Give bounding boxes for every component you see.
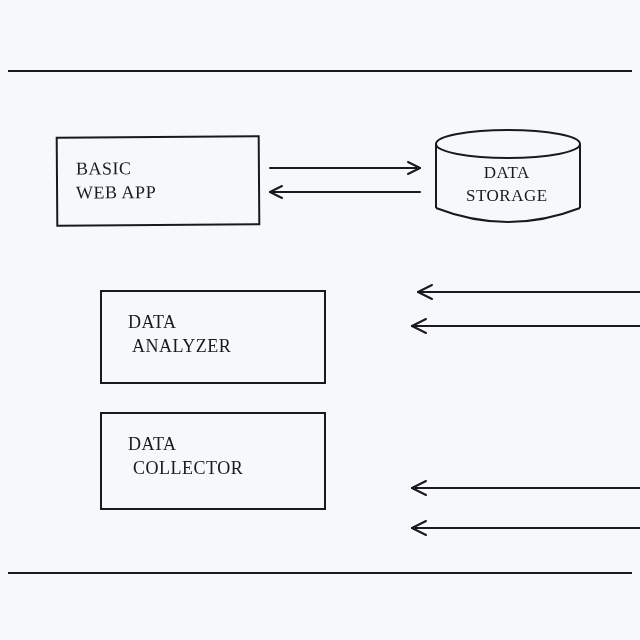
node-analyzer: Data Analyzer [100, 290, 326, 384]
node-webapp-label: Basic Web App [76, 156, 156, 205]
svg-point-0 [436, 130, 580, 158]
node-collector: Data Collector [100, 412, 326, 510]
node-storage-label: Data Storage [466, 162, 548, 208]
node-collector-label: Data Collector [128, 432, 243, 481]
diagram-canvas: Basic Web App Data Storage Data Analyzer… [0, 0, 640, 640]
node-analyzer-label: Data Analyzer [128, 310, 231, 359]
node-storage: Data Storage [432, 128, 584, 228]
node-webapp: Basic Web App [56, 135, 261, 226]
